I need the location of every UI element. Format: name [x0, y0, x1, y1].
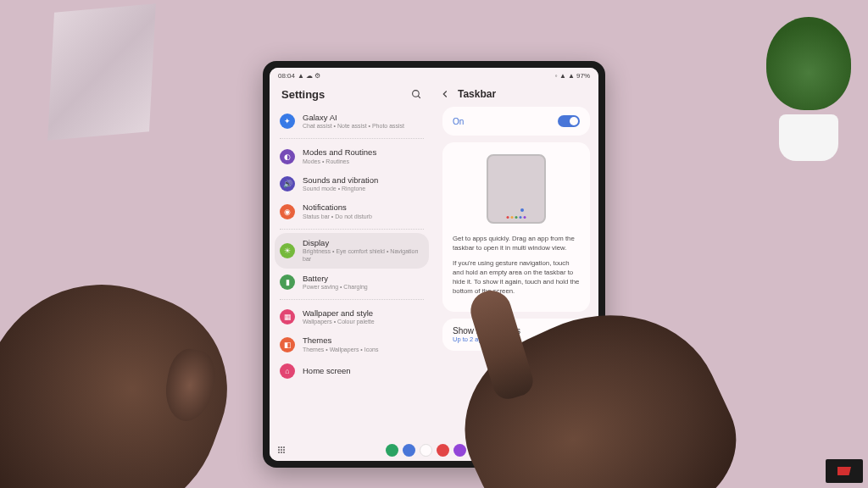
preview-device-icon — [487, 154, 546, 224]
settings-item-notifications[interactable]: ◉ Notifications Status bar • Do not dist… — [270, 197, 434, 225]
theme-icon: ◧ — [280, 337, 295, 352]
sparkle-icon: ✦ — [280, 114, 295, 129]
status-time: 08:04 — [278, 72, 295, 80]
on-label: On — [453, 117, 464, 126]
home-icon: ⌂ — [280, 363, 295, 379]
plant-decor — [758, 17, 851, 169]
battery-icon: ▮ — [280, 274, 295, 290]
status-bar: 08:04 ▲ ☁ ⚙ ◦ ▲ ▲ 97% — [270, 68, 598, 83]
item-title: Galaxy AI — [303, 113, 404, 122]
divider — [280, 299, 424, 300]
wifi-icon: ◦ ▲ ▲ — [555, 72, 575, 80]
speaker-icon: 🔊 — [280, 176, 295, 191]
app-icon-purple[interactable] — [453, 444, 466, 457]
search-icon[interactable] — [411, 89, 422, 100]
svg-line-1 — [418, 96, 420, 98]
detail-title: Taskbar — [458, 88, 496, 100]
apps-grid-icon[interactable] — [278, 446, 285, 453]
crystal-decor — [47, 3, 156, 140]
taskbar-toggle[interactable] — [558, 115, 580, 127]
preview-description: Get to apps quickly. Drag an app from th… — [453, 234, 580, 302]
settings-item-battery[interactable]: ▮ Battery Power saving • Charging — [270, 269, 434, 296]
settings-item-themes[interactable]: ◧ Themes Themes • Wallpapers • Icons — [270, 330, 434, 358]
battery-percent: 97% — [576, 72, 590, 80]
taskbar-on-card[interactable]: On — [442, 107, 590, 136]
settings-item-wallpaper[interactable]: ▦ Wallpaper and style Wallpapers • Colou… — [270, 303, 434, 330]
app-icon-red[interactable] — [437, 444, 449, 457]
settings-item-homescreen[interactable]: ⌂ Home screen — [270, 358, 434, 379]
sun-icon: ☀ — [280, 243, 295, 258]
phone-app-icon[interactable] — [386, 444, 398, 457]
settings-list[interactable]: ✦ Galaxy AI Chat assist • Note assist • … — [270, 108, 434, 439]
item-sub: Chat assist • Note assist • Photo assist — [303, 122, 404, 130]
routines-icon: ◐ — [280, 149, 295, 164]
settings-item-display[interactable]: ☀ Display Brightness • Eye comfort shiel… — [275, 233, 429, 269]
hand-left — [0, 252, 253, 488]
watermark-logo — [826, 459, 863, 483]
settings-item-modes[interactable]: ◐ Modes and Routines Modes • Routines — [270, 142, 434, 169]
calendar-app-icon[interactable] — [420, 444, 432, 457]
bell-icon: ◉ — [280, 204, 295, 219]
svg-point-0 — [413, 91, 420, 97]
back-icon[interactable] — [439, 88, 451, 100]
taskbar-preview-card: Get to apps quickly. Drag an app from th… — [442, 142, 590, 312]
divider — [280, 229, 424, 230]
settings-item-galaxy-ai[interactable]: ✦ Galaxy AI Chat assist • Note assist • … — [270, 108, 434, 135]
settings-master-pane: Settings ✦ Galaxy AI Chat assist • Note … — [270, 83, 434, 439]
status-icons-left: ▲ ☁ ⚙ — [298, 72, 320, 80]
settings-item-sounds[interactable]: 🔊 Sounds and vibration Sound mode • Ring… — [270, 170, 434, 197]
palette-icon: ▦ — [280, 309, 295, 324]
messages-app-icon[interactable] — [403, 444, 415, 457]
divider — [280, 138, 424, 139]
settings-title: Settings — [281, 88, 325, 101]
